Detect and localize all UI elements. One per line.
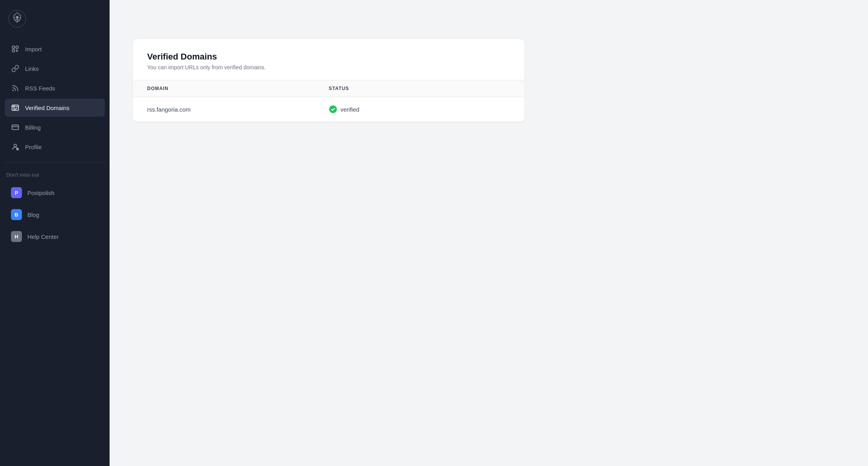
table-header: DOMAIN STATUS xyxy=(133,80,524,97)
sidebar-item-billing-label: Billing xyxy=(25,124,41,131)
sidebar-item-postpolish[interactable]: P Postpolish xyxy=(5,182,105,203)
sidebar-item-blog-label: Blog xyxy=(27,211,39,218)
sidebar-item-links-label: Links xyxy=(25,65,39,72)
sidebar-navigation: Import Links RSS Feeds xyxy=(0,40,110,156)
sidebar-external-nav: P Postpolish B Blog H Help Center xyxy=(0,182,110,247)
sidebar-item-help-center-label: Help Center xyxy=(27,233,59,240)
status-cell: verified xyxy=(329,105,510,114)
svg-rect-1 xyxy=(13,46,15,49)
status-label: verified xyxy=(340,106,359,113)
card-header: Verified Domains You can import URLs onl… xyxy=(133,39,524,80)
rss-icon xyxy=(11,84,20,92)
sidebar-item-billing[interactable]: Billing xyxy=(5,118,105,136)
sidebar-item-postpolish-label: Postpolish xyxy=(27,190,54,196)
svg-rect-2 xyxy=(16,46,18,49)
profile-icon xyxy=(11,143,20,151)
svg-point-10 xyxy=(329,105,337,113)
sidebar: Import Links RSS Feeds xyxy=(0,0,110,466)
svg-point-8 xyxy=(14,144,17,147)
app-logo-icon xyxy=(8,9,27,28)
svg-rect-3 xyxy=(13,50,15,52)
svg-point-4 xyxy=(13,90,13,91)
help-center-avatar: H xyxy=(11,231,22,242)
sidebar-item-blog[interactable]: B Blog xyxy=(5,204,105,225)
sidebar-logo xyxy=(0,0,110,40)
status-column-header: STATUS xyxy=(329,86,510,91)
sidebar-item-rss-feeds[interactable]: RSS Feeds xyxy=(5,79,105,97)
links-icon xyxy=(11,64,20,73)
page-title: Verified Domains xyxy=(147,52,510,62)
table-row: rss.fangoria.com verified xyxy=(133,97,524,122)
sidebar-item-rss-feeds-label: RSS Feeds xyxy=(25,85,55,92)
postpolish-avatar: P xyxy=(11,187,22,198)
verified-domains-card: Verified Domains You can import URLs onl… xyxy=(133,39,524,122)
domain-column-header: DOMAIN xyxy=(147,86,329,91)
sidebar-divider xyxy=(5,162,105,163)
verified-status-icon xyxy=(329,105,337,114)
sidebar-item-verified-domains[interactable]: Verified Domains xyxy=(5,99,105,117)
sidebar-item-import-label: Import xyxy=(25,46,42,52)
main-content: Verified Domains You can import URLs onl… xyxy=(110,0,868,466)
sidebar-section-label: Don't miss out xyxy=(0,169,110,182)
sidebar-item-links[interactable]: Links xyxy=(5,60,105,78)
page-subtitle: You can import URLs only from verified d… xyxy=(147,64,510,70)
sidebar-item-import[interactable]: Import xyxy=(5,40,105,58)
billing-icon xyxy=(11,123,20,132)
sidebar-item-help-center[interactable]: H Help Center xyxy=(5,226,105,247)
blog-avatar: B xyxy=(11,209,22,220)
import-icon xyxy=(11,45,20,53)
sidebar-item-profile-label: Profile xyxy=(25,144,42,150)
sidebar-item-profile[interactable]: Profile xyxy=(5,138,105,156)
verified-domains-icon xyxy=(11,103,20,112)
svg-rect-6 xyxy=(12,125,19,130)
sidebar-item-verified-domains-label: Verified Domains xyxy=(25,105,69,111)
svg-rect-5 xyxy=(12,105,19,110)
domain-value: rss.fangoria.com xyxy=(147,106,329,113)
